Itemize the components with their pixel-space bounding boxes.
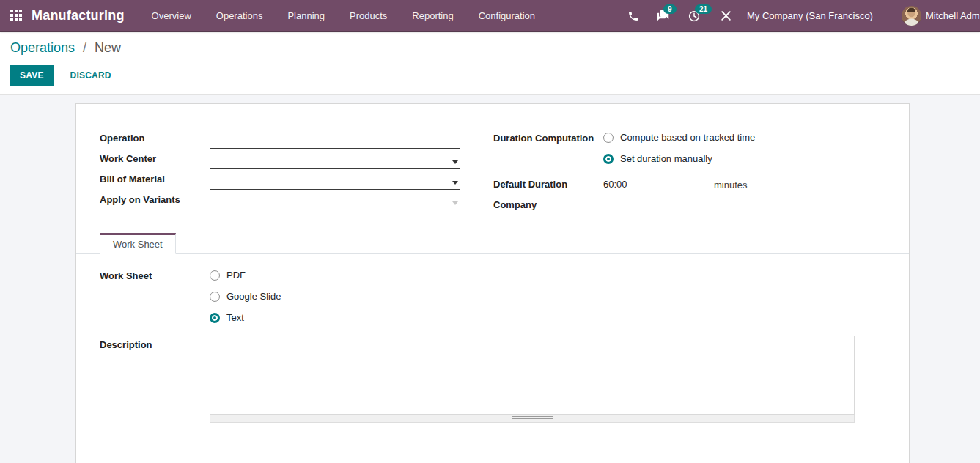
content-area: Operation Work Center Bill of Material A…	[0, 95, 980, 463]
radio-icon[interactable]	[603, 154, 614, 164]
messages-icon[interactable]: 9	[656, 10, 670, 22]
bill-of-material-field	[210, 174, 460, 190]
worksheet-type-label: Work Sheet	[100, 270, 152, 281]
breadcrumb-current: New	[95, 40, 121, 55]
radio-icon[interactable]	[210, 270, 220, 281]
form-sheet: Operation Work Center Bill of Material A…	[75, 103, 910, 463]
apply-on-variants-field	[210, 194, 460, 210]
duration-option-tracked-time[interactable]: Compute based on tracked time	[603, 132, 755, 143]
voip-phone-icon[interactable]	[627, 10, 639, 22]
control-panel-buttons: SAVE DISCARD	[10, 65, 980, 86]
default-duration-label: Default Duration	[493, 179, 567, 190]
breadcrumb-separator: /	[83, 40, 86, 55]
activities-count-badge: 21	[695, 4, 712, 14]
breadcrumb: Operations / New	[10, 40, 980, 56]
messages-count-badge: 9	[663, 4, 677, 14]
operation-label: Operation	[100, 133, 144, 144]
operation-input[interactable]	[210, 133, 460, 149]
default-duration-unit: minutes	[714, 179, 748, 190]
radio-icon[interactable]	[210, 313, 220, 323]
bill-of-material-label: Bill of Material	[100, 174, 165, 185]
activities-clock-icon[interactable]: 21	[688, 10, 701, 23]
menu-item-operations[interactable]: Operations	[204, 0, 276, 31]
apply-on-variants-input[interactable]	[210, 195, 460, 210]
main-menu: Overview Operations Planning Products Re…	[139, 0, 548, 31]
work-center-field	[210, 153, 460, 169]
default-duration-input[interactable]	[603, 178, 706, 193]
breadcrumb-operations-link[interactable]: Operations	[10, 40, 75, 55]
debug-tools-icon[interactable]	[720, 10, 732, 22]
duration-option-manual[interactable]: Set duration manually	[603, 153, 712, 164]
description-textarea[interactable]	[210, 336, 855, 415]
app-title[interactable]: Manufacturing	[32, 8, 125, 23]
operation-field	[210, 133, 460, 149]
apps-grid-icon	[10, 10, 22, 21]
company-label: Company	[493, 199, 537, 210]
work-center-input[interactable]	[210, 154, 460, 169]
bill-of-material-input[interactable]	[210, 174, 460, 190]
work-center-label: Work Center	[100, 153, 156, 164]
menu-item-reporting[interactable]: Reporting	[399, 0, 465, 31]
default-duration-field	[603, 177, 706, 193]
radio-icon[interactable]	[210, 292, 220, 302]
menu-item-overview[interactable]: Overview	[139, 0, 204, 31]
apps-menu-button[interactable]	[10, 10, 22, 21]
discard-button[interactable]: DISCARD	[60, 65, 122, 86]
notebook-tabbar: Work Sheet	[76, 234, 909, 254]
textarea-resize-handle[interactable]	[210, 415, 855, 423]
top-navbar: Manufacturing Overview Operations Planni…	[0, 0, 980, 32]
description-label: Description	[100, 339, 152, 350]
control-panel: Operations / New SAVE DISCARD	[0, 32, 980, 95]
user-menu[interactable]: Mitchell Admin	[926, 10, 980, 21]
radio-icon[interactable]	[603, 133, 614, 143]
save-button[interactable]: SAVE	[10, 65, 54, 86]
tab-work-sheet[interactable]: Work Sheet	[100, 233, 176, 254]
menu-item-planning[interactable]: Planning	[275, 0, 337, 31]
menu-item-configuration[interactable]: Configuration	[466, 0, 548, 31]
apply-on-variants-label: Apply on Variants	[100, 194, 180, 205]
navbar-right: 9 21 My Company (San Francisco) Mitch	[627, 0, 980, 32]
user-avatar[interactable]	[902, 6, 921, 26]
company-switcher[interactable]: My Company (San Francisco)	[747, 10, 873, 21]
worksheet-option-text[interactable]: Text	[210, 312, 244, 323]
menu-item-products[interactable]: Products	[337, 0, 399, 31]
duration-computation-label: Duration Computation	[493, 133, 594, 144]
worksheet-option-pdf[interactable]: PDF	[210, 270, 246, 281]
resize-grip-icon	[512, 416, 553, 421]
worksheet-option-google-slide[interactable]: Google Slide	[210, 291, 281, 302]
